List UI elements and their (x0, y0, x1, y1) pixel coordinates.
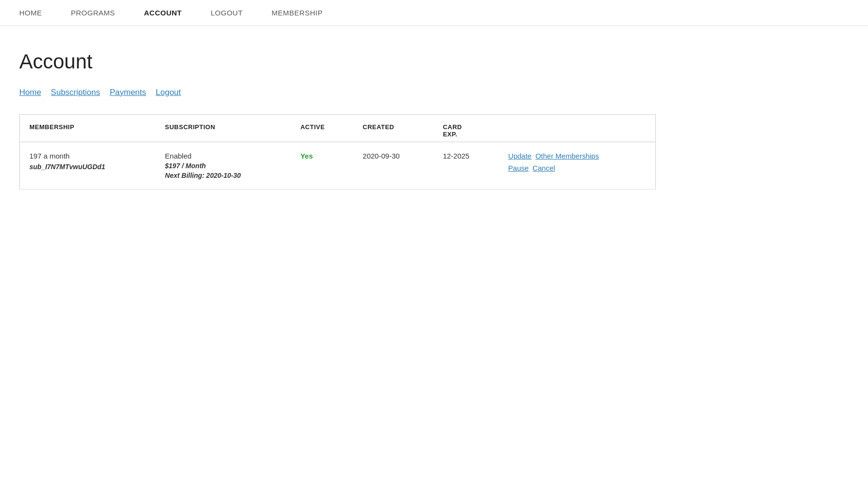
main-content: Account Home Subscriptions Payments Logo… (0, 26, 675, 209)
subnav-home[interactable]: Home (19, 88, 41, 97)
subscription-billing: Next Billing: 2020-10-30 (165, 172, 281, 179)
col-header-membership: MEMBERSHIP (20, 115, 156, 142)
col-header-card-exp: CARD EXP. (433, 115, 498, 142)
col-header-created: CREATED (353, 115, 433, 142)
cell-card-exp: 12-2025 (433, 142, 498, 189)
action-other-memberships[interactable]: Other Memberships (535, 152, 599, 160)
col-header-subscription: SUBSCRIPTION (155, 115, 291, 142)
sub-navigation: Home Subscriptions Payments Logout (19, 88, 656, 97)
subscriptions-table: MEMBERSHIP SUBSCRIPTION ACTIVE CREATED C… (19, 114, 656, 189)
action-pause[interactable]: Pause (508, 164, 529, 172)
action-cancel[interactable]: Cancel (532, 164, 555, 172)
cell-subscription: Enabled $197 / Month Next Billing: 2020-… (155, 142, 291, 189)
col-header-actions (499, 115, 656, 142)
table-header-row: MEMBERSHIP SUBSCRIPTION ACTIVE CREATED C… (20, 115, 656, 142)
membership-name: 197 a month (29, 152, 146, 160)
membership-id: sub_I7N7MTvwuUGDd1 (29, 163, 146, 171)
subscription-price: $197 / Month (165, 162, 281, 170)
nav-membership[interactable]: MEMBERSHIP (271, 9, 323, 17)
nav-programs[interactable]: PROGRAMS (71, 9, 115, 17)
card-expiry: 12-2025 (443, 152, 469, 160)
nav-home[interactable]: HOME (19, 9, 42, 17)
col-header-active: ACTIVE (291, 115, 353, 142)
cell-membership: 197 a month sub_I7N7MTvwuUGDd1 (20, 142, 156, 189)
subnav-payments[interactable]: Payments (109, 88, 146, 97)
active-status: Yes (300, 152, 313, 160)
page-title: Account (19, 50, 656, 73)
nav-account[interactable]: ACCOUNT (144, 9, 182, 17)
subnav-subscriptions[interactable]: Subscriptions (51, 88, 100, 97)
table-row: 197 a month sub_I7N7MTvwuUGDd1 Enabled $… (20, 142, 656, 189)
cell-created: 2020-09-30 (353, 142, 433, 189)
created-date: 2020-09-30 (363, 152, 400, 160)
subscription-status: Enabled (165, 152, 281, 160)
cell-active: Yes (291, 142, 353, 189)
cell-actions: Update Other Memberships Pause Cancel (499, 142, 656, 189)
subnav-logout[interactable]: Logout (156, 88, 181, 97)
top-navigation: HOME PROGRAMS ACCOUNT LOGOUT MEMBERSHIP (0, 0, 868, 26)
nav-logout[interactable]: LOGOUT (211, 9, 243, 17)
action-update[interactable]: Update (508, 152, 531, 160)
